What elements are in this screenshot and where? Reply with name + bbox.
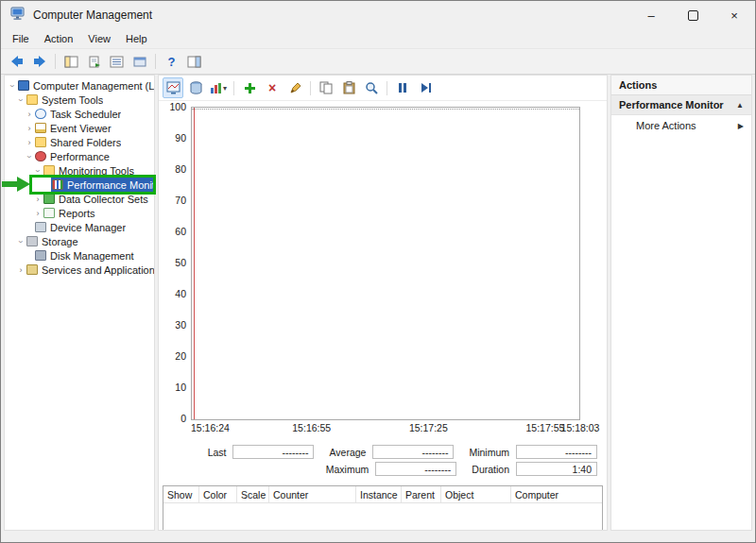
close-button[interactable]: × — [713, 1, 755, 29]
column-header-show[interactable]: Show — [163, 486, 199, 502]
collapse-caret-icon[interactable]: ▲ — [736, 101, 744, 110]
tree-item-performance-monitor[interactable]: Performance Monitor — [5, 178, 154, 192]
column-header-color[interactable]: Color — [199, 486, 237, 502]
minimum-value: -------- — [516, 445, 597, 459]
x-axis-labels: 15:16:24 15:16:55 15:17:25 15:17:55 15:1… — [191, 422, 580, 434]
column-header-parent[interactable]: Parent — [402, 486, 441, 502]
menu-view[interactable]: View — [80, 31, 118, 46]
menu-action[interactable]: Action — [37, 31, 81, 46]
perfmon-toolbar: ▾ × — [159, 76, 607, 101]
y-tick-label: 30 — [175, 319, 186, 331]
chevron-down-icon[interactable]: › — [25, 152, 34, 161]
zoom-button[interactable] — [361, 77, 382, 98]
chevron-right-icon[interactable]: › — [25, 124, 34, 133]
chevron-down-icon[interactable]: › — [33, 166, 43, 176]
graph-plot[interactable] — [191, 107, 580, 420]
view-current-activity-button[interactable] — [163, 77, 183, 98]
show-console-tree-button[interactable] — [61, 52, 81, 71]
delete-counter-button[interactable]: × — [262, 77, 283, 98]
last-value: -------- — [232, 445, 314, 459]
column-header-computer[interactable]: Computer — [511, 486, 602, 502]
console-tree: › Computer Management (Local) › System T… — [4, 75, 155, 531]
update-data-button[interactable] — [415, 77, 436, 98]
disk-management-icon — [35, 250, 46, 261]
y-tick-label: 20 — [175, 350, 186, 362]
task-scheduler-icon — [35, 109, 46, 119]
tree-item-shared-folders[interactable]: › Shared Folders — [5, 135, 154, 149]
copy-properties-button[interactable] — [316, 77, 336, 98]
more-actions-item[interactable]: More Actions ▶ — [611, 115, 751, 136]
tree-item-storage[interactable]: › Storage — [5, 234, 154, 248]
chevron-down-icon[interactable]: › — [8, 81, 17, 91]
column-header-scale[interactable]: Scale — [237, 486, 269, 502]
column-header-counter[interactable]: Counter — [269, 486, 356, 502]
highlight-button[interactable] — [284, 77, 305, 98]
minimize-button[interactable]: – — [630, 1, 672, 29]
column-header-instance[interactable]: Instance — [356, 486, 402, 502]
properties-button[interactable] — [107, 52, 127, 71]
tree-item-system-tools[interactable]: › System Tools — [5, 93, 154, 107]
show-action-pane-button[interactable] — [184, 52, 204, 71]
y-tick-label: 90 — [175, 132, 186, 144]
paste-counter-list-button[interactable] — [338, 77, 359, 98]
tree-item-data-collector-sets[interactable]: › Data Collector Sets — [5, 192, 154, 206]
add-counter-button[interactable] — [239, 77, 260, 98]
tree-item-reports[interactable]: › Reports — [5, 206, 154, 220]
app-icon — [10, 7, 26, 25]
help-button[interactable]: ? — [162, 52, 181, 71]
tree-item-computer-management[interactable]: › Computer Management (Local) — [5, 78, 154, 93]
chevron-right-icon[interactable]: › — [16, 265, 26, 275]
change-graph-type-button[interactable]: ▾ — [208, 77, 229, 98]
tree-item-label: Monitoring Tools — [59, 165, 134, 177]
refresh-document-button[interactable] — [129, 52, 149, 71]
minimize-icon: – — [647, 8, 654, 23]
average-value: -------- — [372, 445, 454, 459]
menu-file[interactable]: File — [5, 31, 37, 46]
tree-item-label: Computer Management (Local) — [33, 80, 154, 92]
export-list-button[interactable] — [84, 52, 104, 71]
tree-item-label: System Tools — [42, 94, 103, 106]
chevron-right-icon[interactable]: › — [33, 195, 43, 204]
chevron-right-icon[interactable]: › — [25, 138, 34, 147]
storage-icon — [26, 236, 38, 246]
chevron-right-icon[interactable]: › — [33, 209, 43, 218]
tree-item-event-viewer[interactable]: › Event Viewer — [5, 121, 154, 135]
delete-x-icon: × — [268, 81, 276, 94]
chevron-down-icon[interactable]: › — [16, 237, 26, 246]
maximize-icon — [688, 10, 698, 21]
maximum-value: -------- — [375, 462, 456, 476]
tree-item-task-scheduler[interactable]: › Task Scheduler — [5, 107, 154, 121]
tree-item-performance[interactable]: › Performance — [5, 149, 154, 163]
tree-item-device-manager[interactable]: Device Manager — [5, 220, 154, 234]
tree-item-monitoring-tools[interactable]: › Monitoring Tools — [5, 163, 154, 178]
counter-list: Show Color Scale Counter Instance Parent… — [163, 485, 603, 531]
toolbar-separator — [155, 54, 156, 69]
chevron-right-icon[interactable]: › — [25, 110, 34, 119]
tree-item-label: Shared Folders — [50, 137, 121, 148]
x-tick-label: 15:16:24 — [191, 422, 230, 433]
duration-value: 1:40 — [516, 462, 597, 476]
view-log-data-button[interactable] — [185, 77, 206, 98]
tree-item-label: Performance Monitor — [67, 179, 154, 191]
minimum-label: Minimum — [469, 447, 509, 458]
y-tick-label: 80 — [175, 163, 186, 175]
actions-section-label: Performance Monitor — [619, 99, 724, 110]
tree-item-label: Disk Management — [50, 250, 134, 262]
menu-help[interactable]: Help — [118, 31, 155, 46]
freeze-display-button[interactable] — [392, 77, 413, 98]
column-header-object[interactable]: Object — [441, 486, 511, 502]
chevron-down-icon[interactable]: › — [16, 95, 26, 105]
maximize-button[interactable] — [672, 1, 713, 29]
tree-item-label: Event Viewer — [50, 123, 112, 134]
help-icon: ? — [168, 55, 176, 69]
value-bar: Last-------- Average-------- Minimum----… — [166, 442, 597, 476]
back-button[interactable] — [7, 52, 26, 71]
toolbar-separator — [233, 81, 234, 95]
forward-button[interactable] — [29, 52, 49, 71]
tree-item-disk-management[interactable]: Disk Management — [5, 248, 154, 263]
top-gridline — [192, 109, 579, 110]
tree-item-services-and-applications[interactable]: › Services and Applications — [5, 263, 154, 277]
actions-section-performance-monitor[interactable]: Performance Monitor ▲ — [611, 95, 751, 115]
y-tick-label: 70 — [175, 195, 186, 206]
counter-list-header: Show Color Scale Counter Instance Parent… — [163, 486, 602, 503]
